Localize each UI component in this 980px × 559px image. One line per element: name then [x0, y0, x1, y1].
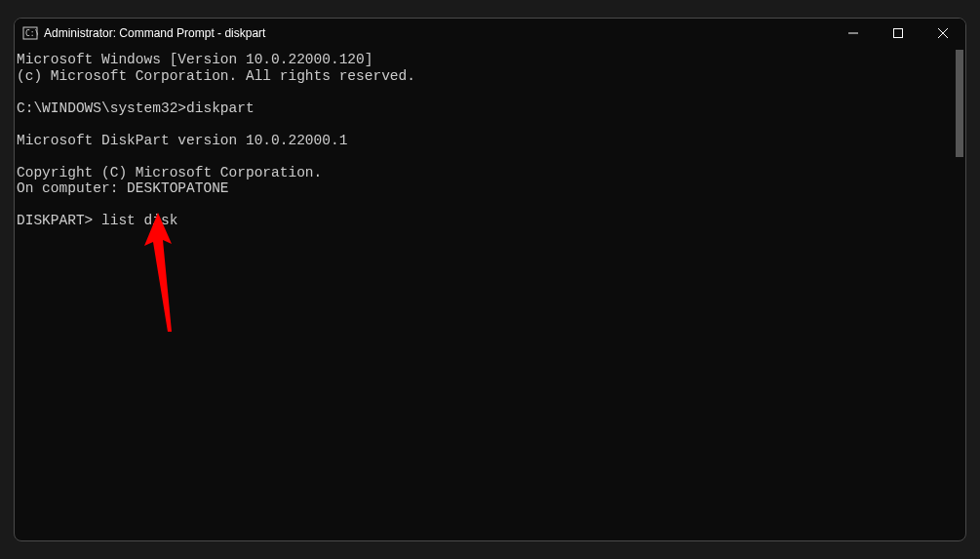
terminal-line: (c) Microsoft Corporation. All rights re… — [17, 68, 415, 84]
maximize-button[interactable] — [876, 19, 921, 48]
terminal-output[interactable]: Microsoft Windows [Version 10.0.22000.12… — [15, 48, 965, 540]
command-prompt-window: C:\ Administrator: Command Prompt - disk… — [14, 18, 966, 541]
window-title: Administrator: Command Prompt - diskpart — [44, 26, 831, 40]
close-button[interactable] — [921, 19, 965, 48]
svg-text:C:\: C:\ — [25, 29, 38, 38]
terminal-line: DISKPART> list disk — [17, 213, 177, 228]
terminal-line: C:\WINDOWS\system32>diskpart — [17, 100, 255, 116]
terminal-line: Copyright (C) Microsoft Corporation. — [17, 165, 322, 180]
terminal-line: Microsoft DiskPart version 10.0.22000.1 — [17, 133, 347, 148]
terminal-line: Microsoft Windows [Version 10.0.22000.12… — [17, 52, 372, 67]
titlebar[interactable]: C:\ Administrator: Command Prompt - disk… — [15, 19, 965, 48]
svg-rect-3 — [894, 29, 903, 38]
cmd-icon: C:\ — [22, 25, 38, 41]
terminal-line: On computer: DESKTOPATONE — [17, 180, 229, 196]
window-controls — [831, 19, 965, 48]
scrollbar-thumb[interactable] — [956, 50, 963, 157]
minimize-button[interactable] — [831, 19, 876, 48]
